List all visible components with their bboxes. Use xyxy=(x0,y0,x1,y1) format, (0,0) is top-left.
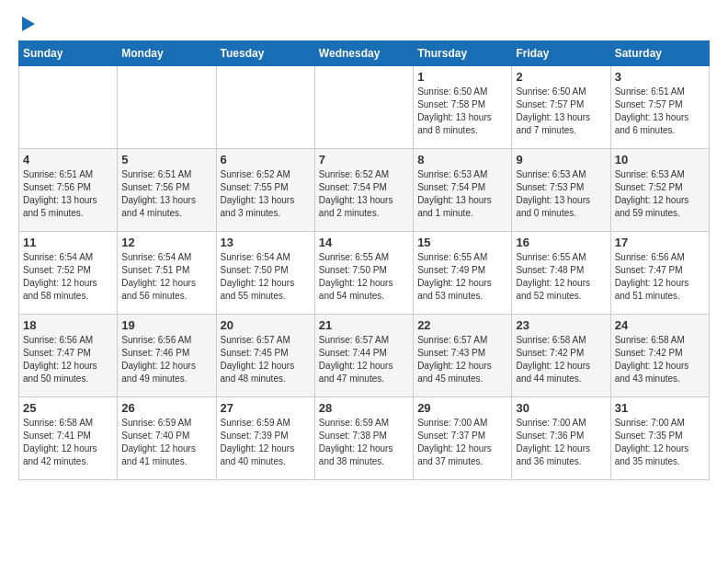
day-number: 17 xyxy=(615,236,705,249)
day-info: Sunrise: 6:56 AM Sunset: 7:47 PM Dayligh… xyxy=(615,251,705,303)
day-info: Sunrise: 6:54 AM Sunset: 7:51 PM Dayligh… xyxy=(121,251,211,303)
day-number: 8 xyxy=(417,153,507,167)
calendar-cell: 4Sunrise: 6:51 AM Sunset: 7:56 PM Daylig… xyxy=(19,149,118,232)
day-info: Sunrise: 6:59 AM Sunset: 7:39 PM Dayligh… xyxy=(221,417,311,468)
day-number: 30 xyxy=(516,401,606,415)
header-monday: Monday xyxy=(118,41,216,66)
calendar-cell: 20Sunrise: 6:57 AM Sunset: 7:45 PM Dayli… xyxy=(216,315,314,397)
day-number: 16 xyxy=(516,236,606,249)
calendar-cell: 1Sunrise: 6:50 AM Sunset: 7:58 PM Daylig… xyxy=(414,66,512,149)
day-info: Sunrise: 7:00 AM Sunset: 7:36 PM Dayligh… xyxy=(516,417,606,468)
calendar-cell: 15Sunrise: 6:55 AM Sunset: 7:49 PM Dayli… xyxy=(414,232,512,315)
calendar-cell: 27Sunrise: 6:59 AM Sunset: 7:39 PM Dayli… xyxy=(216,397,314,480)
day-info: Sunrise: 6:51 AM Sunset: 7:56 PM Dayligh… xyxy=(121,168,211,220)
calendar-week-4: 18Sunrise: 6:56 AM Sunset: 7:47 PM Dayli… xyxy=(19,315,710,397)
day-number: 19 xyxy=(121,318,211,332)
day-number: 10 xyxy=(615,153,705,167)
calendar-week-1: 1Sunrise: 6:50 AM Sunset: 7:58 PM Daylig… xyxy=(19,66,710,149)
day-info: Sunrise: 7:00 AM Sunset: 7:37 PM Dayligh… xyxy=(417,417,507,468)
day-info: Sunrise: 6:50 AM Sunset: 7:57 PM Dayligh… xyxy=(516,86,606,137)
day-info: Sunrise: 6:58 AM Sunset: 7:42 PM Dayligh… xyxy=(516,334,606,385)
day-info: Sunrise: 6:55 AM Sunset: 7:49 PM Dayligh… xyxy=(417,251,507,303)
day-info: Sunrise: 6:58 AM Sunset: 7:41 PM Dayligh… xyxy=(23,417,113,468)
day-info: Sunrise: 6:51 AM Sunset: 7:57 PM Dayligh… xyxy=(615,86,705,137)
day-number: 4 xyxy=(23,153,113,167)
calendar-cell: 19Sunrise: 6:56 AM Sunset: 7:46 PM Dayli… xyxy=(118,315,216,397)
day-info: Sunrise: 6:57 AM Sunset: 7:45 PM Dayligh… xyxy=(221,334,311,385)
calendar-cell: 9Sunrise: 6:53 AM Sunset: 7:53 PM Daylig… xyxy=(512,149,610,232)
day-info: Sunrise: 7:00 AM Sunset: 7:35 PM Dayligh… xyxy=(615,417,705,468)
day-info: Sunrise: 6:57 AM Sunset: 7:44 PM Dayligh… xyxy=(319,334,409,385)
calendar-cell: 17Sunrise: 6:56 AM Sunset: 7:47 PM Dayli… xyxy=(610,232,709,315)
calendar-table: SundayMondayTuesdayWednesdayThursdayFrid… xyxy=(18,40,710,480)
calendar-cell: 21Sunrise: 6:57 AM Sunset: 7:44 PM Dayli… xyxy=(314,315,413,397)
day-info: Sunrise: 6:57 AM Sunset: 7:43 PM Dayligh… xyxy=(417,334,507,385)
day-info: Sunrise: 6:53 AM Sunset: 7:52 PM Dayligh… xyxy=(615,168,705,220)
day-info: Sunrise: 6:55 AM Sunset: 7:48 PM Dayligh… xyxy=(516,251,606,303)
calendar-cell: 25Sunrise: 6:58 AM Sunset: 7:41 PM Dayli… xyxy=(19,397,118,480)
calendar-cell: 24Sunrise: 6:58 AM Sunset: 7:42 PM Dayli… xyxy=(610,315,709,397)
calendar-cell: 30Sunrise: 7:00 AM Sunset: 7:36 PM Dayli… xyxy=(512,397,610,480)
day-number: 9 xyxy=(516,153,606,167)
header-thursday: Thursday xyxy=(414,41,512,66)
calendar-cell xyxy=(19,66,118,149)
day-info: Sunrise: 6:56 AM Sunset: 7:47 PM Dayligh… xyxy=(23,334,113,385)
day-number: 20 xyxy=(221,318,311,332)
day-info: Sunrise: 6:54 AM Sunset: 7:52 PM Dayligh… xyxy=(23,251,113,303)
day-number: 15 xyxy=(417,236,507,249)
day-number: 25 xyxy=(23,401,113,415)
calendar-cell: 29Sunrise: 7:00 AM Sunset: 7:37 PM Dayli… xyxy=(414,397,512,480)
day-info: Sunrise: 6:54 AM Sunset: 7:50 PM Dayligh… xyxy=(221,251,311,303)
day-info: Sunrise: 6:50 AM Sunset: 7:58 PM Dayligh… xyxy=(417,86,507,137)
calendar-cell: 18Sunrise: 6:56 AM Sunset: 7:47 PM Dayli… xyxy=(19,315,118,397)
calendar-cell: 3Sunrise: 6:51 AM Sunset: 7:57 PM Daylig… xyxy=(610,66,709,149)
day-info: Sunrise: 6:52 AM Sunset: 7:54 PM Dayligh… xyxy=(319,168,409,220)
day-number: 23 xyxy=(516,318,606,332)
header-tuesday: Tuesday xyxy=(216,41,314,66)
day-info: Sunrise: 6:53 AM Sunset: 7:53 PM Dayligh… xyxy=(516,168,606,220)
day-number: 24 xyxy=(615,318,705,332)
calendar-cell: 8Sunrise: 6:53 AM Sunset: 7:54 PM Daylig… xyxy=(414,149,512,232)
calendar-cell: 5Sunrise: 6:51 AM Sunset: 7:56 PM Daylig… xyxy=(118,149,216,232)
day-number: 18 xyxy=(23,318,113,332)
day-number: 27 xyxy=(221,401,311,415)
calendar-cell: 28Sunrise: 6:59 AM Sunset: 7:38 PM Dayli… xyxy=(314,397,413,480)
day-info: Sunrise: 6:59 AM Sunset: 7:38 PM Dayligh… xyxy=(319,417,409,468)
day-info: Sunrise: 6:52 AM Sunset: 7:55 PM Dayligh… xyxy=(221,168,311,220)
calendar-cell: 31Sunrise: 7:00 AM Sunset: 7:35 PM Dayli… xyxy=(610,397,709,480)
calendar-cell: 26Sunrise: 6:59 AM Sunset: 7:40 PM Dayli… xyxy=(118,397,216,480)
header-friday: Friday xyxy=(512,41,610,66)
calendar-cell: 13Sunrise: 6:54 AM Sunset: 7:50 PM Dayli… xyxy=(216,232,314,315)
day-info: Sunrise: 6:55 AM Sunset: 7:50 PM Dayligh… xyxy=(319,251,409,303)
calendar-cell: 7Sunrise: 6:52 AM Sunset: 7:54 PM Daylig… xyxy=(314,149,413,232)
day-number: 22 xyxy=(417,318,507,332)
day-info: Sunrise: 6:51 AM Sunset: 7:56 PM Dayligh… xyxy=(23,168,113,220)
page-header xyxy=(18,18,710,31)
logo xyxy=(18,18,35,31)
calendar-week-2: 4Sunrise: 6:51 AM Sunset: 7:56 PM Daylig… xyxy=(19,149,710,232)
day-number: 1 xyxy=(417,70,507,84)
day-info: Sunrise: 6:53 AM Sunset: 7:54 PM Dayligh… xyxy=(417,168,507,220)
day-number: 5 xyxy=(121,153,211,167)
calendar-header-row: SundayMondayTuesdayWednesdayThursdayFrid… xyxy=(19,41,710,66)
day-number: 7 xyxy=(319,153,409,167)
day-number: 29 xyxy=(417,401,507,415)
day-number: 13 xyxy=(221,236,311,249)
header-saturday: Saturday xyxy=(610,41,709,66)
day-number: 21 xyxy=(319,318,409,332)
calendar-cell: 16Sunrise: 6:55 AM Sunset: 7:48 PM Dayli… xyxy=(512,232,610,315)
header-sunday: Sunday xyxy=(19,41,118,66)
calendar-cell xyxy=(118,66,216,149)
calendar-cell: 11Sunrise: 6:54 AM Sunset: 7:52 PM Dayli… xyxy=(19,232,118,315)
calendar-cell: 22Sunrise: 6:57 AM Sunset: 7:43 PM Dayli… xyxy=(414,315,512,397)
day-number: 3 xyxy=(615,70,705,84)
day-info: Sunrise: 6:56 AM Sunset: 7:46 PM Dayligh… xyxy=(121,334,211,385)
day-number: 6 xyxy=(221,153,311,167)
calendar-cell xyxy=(314,66,413,149)
day-info: Sunrise: 6:58 AM Sunset: 7:42 PM Dayligh… xyxy=(615,334,705,385)
day-number: 26 xyxy=(121,401,211,415)
calendar-cell: 14Sunrise: 6:55 AM Sunset: 7:50 PM Dayli… xyxy=(314,232,413,315)
day-number: 14 xyxy=(319,236,409,249)
calendar-week-3: 11Sunrise: 6:54 AM Sunset: 7:52 PM Dayli… xyxy=(19,232,710,315)
day-info: Sunrise: 6:59 AM Sunset: 7:40 PM Dayligh… xyxy=(121,417,211,468)
